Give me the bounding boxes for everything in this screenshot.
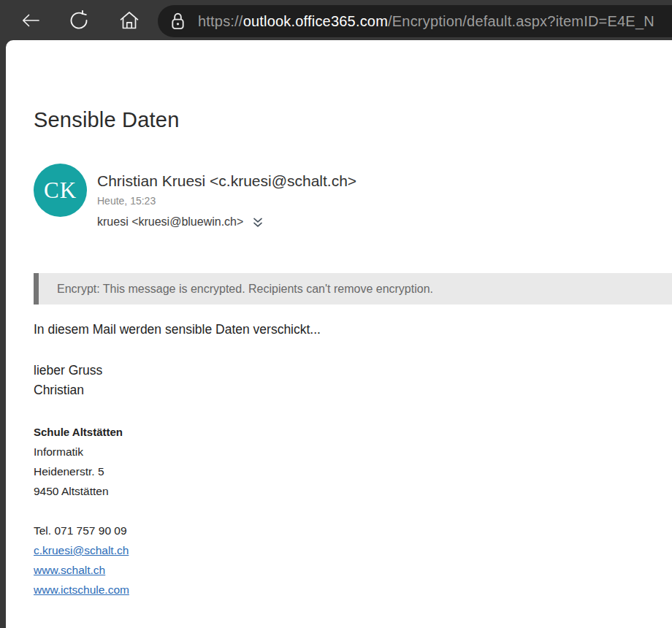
contact-block: Tel. 071 757 90 09 c.kruesi@schalt.ch ww… <box>34 521 672 600</box>
signature-block: Schule Altstätten Informatik Heidenerstr… <box>34 422 672 501</box>
url-scheme: https:// <box>198 13 243 29</box>
double-chevron-down-icon <box>253 218 263 228</box>
signature-street: Heidenerstr. 5 <box>34 462 672 481</box>
url-domain: outlook.office365.com <box>243 13 388 29</box>
email-page: Sensible Daten CK Christian Kruesi <c.kr… <box>6 40 672 628</box>
address-bar[interactable]: https://outlook.office365.com/Encryption… <box>158 5 672 37</box>
url-path: /Encryption/default.aspx?itemID=E4E_N <box>388 13 654 29</box>
phone-number: Tel. 071 757 90 09 <box>34 521 672 540</box>
sender-name: Christian Kruesi <c.kruesi@schalt.ch> <box>97 172 356 190</box>
closing-name: Christian <box>34 380 672 400</box>
refresh-button[interactable] <box>64 0 93 40</box>
signature-city: 9450 Altstätten <box>34 481 672 501</box>
refresh-icon <box>69 10 89 31</box>
encryption-banner-text: Encrypt: This message is encrypted. Reci… <box>57 283 433 296</box>
browser-toolbar: https://outlook.office365.com/Encryption… <box>0 0 672 40</box>
website-link-schalt[interactable]: www.schalt.ch <box>34 560 105 580</box>
closing-line: lieber Gruss <box>34 361 672 380</box>
avatar: CK <box>34 164 87 217</box>
encryption-banner: Encrypt: This message is encrypted. Reci… <box>34 273 672 305</box>
email-link[interactable]: c.kruesi@schalt.ch <box>34 540 129 560</box>
lock-icon <box>169 11 186 32</box>
home-button[interactable] <box>115 0 144 40</box>
recipient-line: kruesi <kruesi@bluewin.ch> <box>97 215 243 229</box>
back-arrow-icon <box>19 9 42 32</box>
signature-org: Schule Altstätten <box>34 422 672 442</box>
body-paragraph: In diesem Mail werden sensible Daten ver… <box>34 321 672 338</box>
website-link-ictschule[interactable]: www.ictschule.com <box>34 580 129 600</box>
signature-dept: Informatik <box>34 442 672 462</box>
message-header: CK Christian Kruesi <c.kruesi@schalt.ch>… <box>34 164 672 229</box>
home-icon <box>118 9 140 31</box>
url-text: https://outlook.office365.com/Encryption… <box>198 5 654 37</box>
expand-details-button[interactable] <box>253 218 263 228</box>
page-title: Sensible Daten <box>34 107 672 133</box>
timestamp: Heute, 15:23 <box>97 195 356 207</box>
recipient-row: kruesi <kruesi@bluewin.ch> <box>97 215 356 229</box>
back-button[interactable] <box>16 0 45 40</box>
closing-block: lieber Gruss Christian <box>34 361 672 400</box>
